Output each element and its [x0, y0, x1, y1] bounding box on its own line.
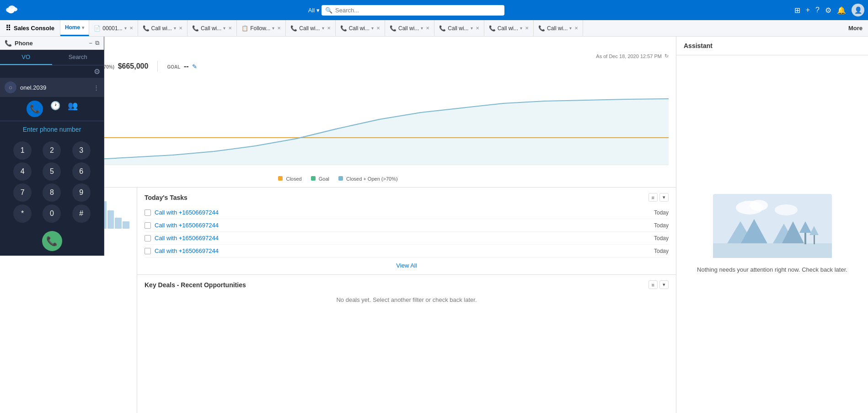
phone-tab-vo[interactable]: VO — [0, 50, 52, 65]
tab-9-close[interactable]: ✕ — [525, 26, 529, 31]
phone-number-input-placeholder[interactable]: Enter phone number — [23, 126, 81, 133]
settings-icon[interactable]: ⚙ — [825, 6, 831, 15]
phone-tab-search[interactable]: Search — [52, 50, 104, 65]
tab-3[interactable]: 📞 Call wi... ▾ ✕ — [188, 20, 237, 36]
keypad-0[interactable]: 0 — [43, 204, 61, 223]
keypad-3[interactable]: 3 — [72, 141, 91, 160]
add-tab-icon[interactable]: ⊞ — [794, 6, 800, 15]
keypad-1[interactable]: 1 — [13, 141, 32, 160]
legend-closed-open: Closed + Open (>70%) — [338, 176, 398, 182]
phone-history-icon[interactable]: 🕐 — [50, 101, 60, 117]
tab-10[interactable]: 📞 Call wi... ▾ ✕ — [534, 20, 583, 36]
keypad-7[interactable]: 7 — [13, 183, 32, 202]
phone-minimize-button[interactable]: − — [89, 40, 92, 47]
tab-4-dropdown[interactable]: ▾ — [272, 26, 274, 31]
cal-bar-15 — [115, 218, 122, 229]
tab-6[interactable]: 📞 Call wi... ▾ ✕ — [336, 20, 385, 36]
tab-8-icon: 📞 — [439, 25, 446, 32]
task-item-2: Call with +16506697244 Today — [145, 219, 669, 232]
deals-dropdown-button[interactable]: ▾ — [659, 280, 669, 289]
quarterly-title: Quarterly Performance — [7, 42, 669, 49]
keypad-5[interactable]: 5 — [43, 162, 61, 181]
tab-6-close[interactable]: ✕ — [376, 26, 380, 31]
tab-3-close[interactable]: ✕ — [228, 26, 232, 31]
tasks-filter-button[interactable]: ≡ — [648, 193, 658, 202]
app-launcher-button[interactable]: ⠿ Sales Console — [0, 20, 60, 36]
keypad-star[interactable]: * — [13, 204, 32, 223]
key-deals-panel: Key Deals - Recent Opportunities ≡ ▾ No … — [137, 275, 676, 413]
tab-7[interactable]: 📞 Call wi... ▾ ✕ — [385, 20, 434, 36]
tab-4-close[interactable]: ✕ — [277, 26, 281, 31]
tab-5-dropdown[interactable]: ▾ — [322, 26, 324, 31]
deals-filter-button[interactable]: ≡ — [648, 280, 658, 289]
tab-2-dropdown[interactable]: ▾ — [174, 26, 176, 31]
tab-8[interactable]: 📞 Call wi... ▾ ✕ — [434, 20, 484, 36]
phone-contact-menu-icon[interactable]: ⋮ — [93, 84, 99, 91]
tab-10-close[interactable]: ✕ — [574, 26, 578, 31]
task-1-checkbox[interactable] — [145, 209, 151, 216]
closed-open-legend-dot — [338, 176, 343, 181]
tab-7-dropdown[interactable]: ▾ — [421, 26, 423, 31]
edit-goal-icon[interactable]: ✎ — [192, 63, 197, 70]
view-all-tasks-link[interactable]: View All — [145, 262, 669, 269]
tab-1-close[interactable]: ✕ — [129, 26, 133, 31]
tab-4[interactable]: 📋 Follow... ▾ ✕ — [237, 20, 286, 36]
phone-input-area[interactable]: Enter phone number — [0, 121, 104, 138]
tab-7-close[interactable]: ✕ — [426, 26, 429, 31]
tab-2-close[interactable]: ✕ — [179, 26, 182, 31]
tab-9-dropdown[interactable]: ▾ — [520, 26, 522, 31]
search-box[interactable]: 🔍 — [321, 5, 504, 16]
tab-7-icon: 📞 — [390, 25, 396, 32]
tab-5[interactable]: 📞 Call wi... ▾ ✕ — [286, 20, 335, 36]
task-3-checkbox[interactable] — [145, 235, 151, 241]
tab-home-dropdown[interactable]: ▾ — [82, 25, 84, 30]
search-input[interactable] — [335, 7, 501, 14]
tab-home[interactable]: Home ▾ — [60, 20, 89, 36]
task-2-label[interactable]: Call with +16506697244 — [155, 222, 219, 229]
more-tabs-button[interactable]: More — [843, 20, 868, 36]
tab-1-dropdown[interactable]: ▾ — [124, 26, 127, 31]
keypad-2[interactable]: 2 — [43, 141, 61, 160]
phone-header-buttons: − ⧉ — [89, 39, 99, 47]
salesforce-logo[interactable] — [4, 2, 18, 18]
task-4-label[interactable]: Call with +16506697244 — [155, 247, 219, 254]
open-value: $665,000 — [118, 62, 149, 70]
task-3-label[interactable]: Call with +16506697244 — [155, 235, 219, 241]
tab-1[interactable]: 📄 00001... ▾ ✕ — [89, 20, 138, 36]
keypad-4[interactable]: 4 — [13, 162, 32, 181]
phone-settings-icon[interactable]: ⚙ — [94, 67, 100, 76]
tab-8-dropdown[interactable]: ▾ — [471, 26, 473, 31]
help-icon[interactable]: ? — [815, 6, 820, 14]
task-3-left: Call with +16506697244 — [145, 235, 219, 241]
contact-avatar-icon: ○ — [9, 84, 12, 91]
tasks-dropdown-button[interactable]: ▾ — [659, 193, 669, 202]
tasks-panel-header: Today's Tasks ≡ ▾ — [145, 193, 669, 202]
tab-2[interactable]: 📞 Call wi... ▾ ✕ — [138, 20, 188, 36]
keypad-9[interactable]: 9 — [72, 183, 91, 202]
phone-contacts-icon[interactable]: 👥 — [68, 101, 78, 117]
tab-3-dropdown[interactable]: ▾ — [223, 26, 225, 31]
tab-8-close[interactable]: ✕ — [476, 26, 479, 31]
task-2-checkbox[interactable] — [145, 222, 151, 229]
task-4-checkbox[interactable] — [145, 248, 151, 254]
tab-10-dropdown[interactable]: ▾ — [569, 26, 572, 31]
refresh-icon[interactable]: ↻ — [664, 53, 669, 59]
search-scope-dropdown[interactable]: All ▾ — [308, 7, 320, 14]
task-1-label[interactable]: Call with +16506697244 — [155, 209, 219, 216]
phone-call-icon[interactable]: 📞 — [27, 101, 43, 117]
tab-6-dropdown[interactable]: ▾ — [371, 26, 374, 31]
svg-rect-14 — [804, 233, 806, 244]
keypad-8[interactable]: 8 — [43, 183, 61, 202]
new-item-icon[interactable]: + — [806, 6, 810, 14]
keypad-hash[interactable]: # — [72, 204, 91, 223]
phone-expand-button[interactable]: ⧉ — [95, 39, 99, 47]
keypad-6[interactable]: 6 — [72, 162, 91, 181]
phone-header: 📞 Phone − ⧉ — [0, 37, 104, 50]
bell-icon[interactable]: 🔔 — [837, 6, 846, 15]
main-layout: Quarterly Performance As of Dec 18, 2020… — [0, 37, 868, 413]
user-avatar[interactable]: 👤 — [852, 4, 864, 16]
make-call-button[interactable]: 📞 — [42, 231, 62, 251]
tab-9[interactable]: 📞 Call wi... ▾ ✕ — [484, 20, 534, 36]
phone-title: 📞 Phone — [5, 40, 33, 47]
tab-5-close[interactable]: ✕ — [327, 26, 331, 31]
